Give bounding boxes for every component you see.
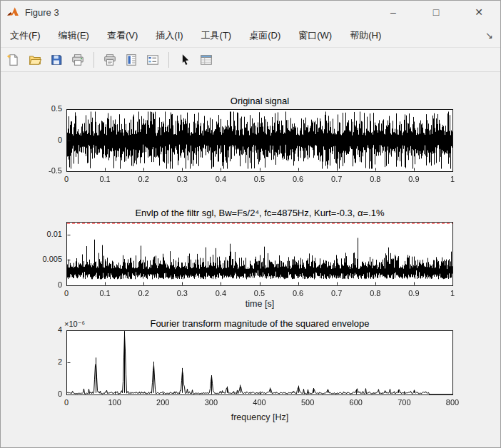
printer-icon (71, 54, 84, 66)
x-tick-label: 0.1 (84, 289, 126, 297)
save-figure-button[interactable] (48, 51, 65, 69)
menu-edit[interactable]: 编辑(E) (52, 24, 96, 47)
menu-insert[interactable]: 插入(I) (149, 24, 189, 47)
menu-window[interactable]: 窗口(W) (292, 24, 338, 47)
y-tick-label: 0.01 (25, 230, 62, 238)
property-inspector-button[interactable] (198, 51, 215, 69)
insert-legend-button[interactable] (144, 51, 161, 69)
y-tick-label: 0 (25, 280, 62, 289)
x-tick-label: 600 (335, 398, 378, 407)
x-tick-label: 0.7 (315, 289, 358, 297)
x-tick-label: 0.9 (393, 289, 435, 297)
figure-canvas-area: Original signal Envlp of the filtr sgl, … (1, 72, 501, 448)
x-tick-label: 0.8 (354, 175, 397, 183)
x-tick-label: 500 (286, 398, 329, 407)
new-figure-icon (7, 54, 20, 66)
open-file-button[interactable] (26, 51, 44, 69)
x-tick-label: 0.1 (84, 175, 126, 183)
x-tick-label: 0 (45, 175, 88, 183)
plot3-title: Fourier transform magnitude of the squar… (66, 318, 453, 329)
x-tick-label: 0.5 (238, 175, 281, 183)
menu-help[interactable]: 帮助(H) (343, 24, 388, 47)
toolbar (1, 48, 500, 72)
x-tick-label: 0.5 (238, 289, 281, 297)
x-tick-label: 100 (93, 398, 136, 407)
x-tick-label: 400 (238, 398, 281, 407)
x-tick-label: 1 (431, 289, 474, 297)
menu-tools[interactable]: 工具(T) (195, 24, 238, 47)
x-tick-label: 0.9 (393, 175, 435, 183)
print-preview-icon (103, 54, 116, 66)
plot3-y-exponent-label: ×10⁻⁶ (64, 320, 85, 329)
y-tick-label: 0 (25, 136, 62, 144)
x-tick-label: 700 (383, 398, 425, 407)
y-tick-label: 0 (25, 390, 62, 398)
x-tick-label: 0.2 (122, 175, 165, 183)
x-tick-label: 0.6 (277, 175, 320, 183)
x-tick-label: 0 (45, 398, 88, 407)
x-tick-label: 0.4 (199, 175, 242, 183)
menu-desktop[interactable]: 桌面(D) (243, 24, 287, 47)
y-tick-label: 4 (25, 325, 62, 334)
x-tick-label: 0.2 (122, 289, 165, 297)
matlab-icon (6, 6, 19, 19)
colorbar-icon (125, 54, 138, 66)
x-tick-label: 0.6 (277, 289, 320, 297)
maximize-button[interactable]: □ (415, 1, 457, 24)
edit-plot-button[interactable] (176, 51, 193, 69)
y-tick-label: 2 (25, 357, 62, 366)
insert-colorbar-button[interactable] (123, 51, 140, 69)
x-tick-label: 200 (141, 398, 184, 407)
window-controls: – □ ✕ (372, 1, 500, 24)
x-tick-label: 0.4 (199, 289, 242, 297)
y-tick-label: -0.5 (25, 166, 62, 175)
x-tick-label: 800 (431, 398, 474, 407)
plot1-axes (66, 109, 453, 172)
property-inspector-icon (200, 54, 213, 66)
figure-window: Figure 3 – □ ✕ 文件(F) 编辑(E) 查看(V) 插入(I) 工… (0, 0, 501, 448)
x-tick-label: 1 (431, 175, 474, 183)
print-figure-button[interactable] (69, 51, 86, 69)
toolbar-separator (168, 52, 169, 68)
y-tick-label: 0.5 (25, 104, 62, 113)
plot2-xlabel: time [s] (66, 299, 453, 309)
plot2-title: Envlp of the filtr sgl, Bw=Fs/2⁴, fc=487… (66, 208, 453, 218)
window-title: Figure 3 (25, 7, 59, 18)
minimize-button[interactable]: – (372, 1, 415, 24)
plot2-axes (66, 222, 453, 286)
menu-file[interactable]: 文件(F) (4, 24, 47, 47)
close-button[interactable]: ✕ (457, 1, 500, 24)
legend-icon (146, 54, 159, 66)
y-tick-label: 0.005 (25, 255, 62, 263)
save-floppy-icon (50, 54, 63, 66)
new-figure-button[interactable] (5, 51, 22, 69)
x-tick-label: 0.8 (354, 289, 397, 297)
open-folder-icon (29, 54, 41, 66)
print-preview-button[interactable] (101, 51, 118, 69)
pointer-arrow-icon (178, 54, 191, 66)
plot3-xlabel: frequency [Hz] (66, 412, 453, 422)
x-tick-label: 0.7 (315, 175, 358, 183)
plot3-axes (66, 330, 453, 395)
toolbar-separator (93, 52, 94, 68)
menu-view[interactable]: 查看(V) (101, 24, 144, 47)
x-tick-label: 0 (45, 289, 88, 297)
x-tick-label: 0.3 (161, 289, 203, 297)
menubar: 文件(F) 编辑(E) 查看(V) 插入(I) 工具(T) 桌面(D) 窗口(W… (1, 24, 500, 48)
x-tick-label: 300 (190, 398, 233, 407)
dock-figure-icon[interactable]: ↘ (485, 30, 493, 41)
plot1-title: Original signal (66, 96, 453, 106)
x-tick-label: 0.3 (161, 175, 203, 183)
titlebar[interactable]: Figure 3 – □ ✕ (1, 1, 500, 24)
